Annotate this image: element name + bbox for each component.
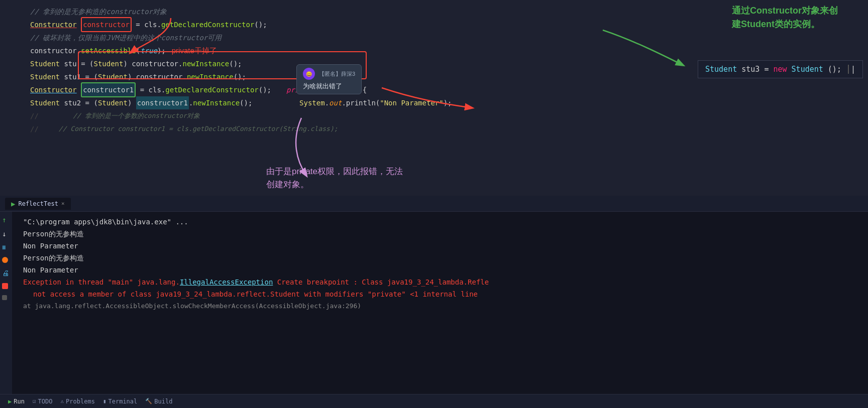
popup-paren: ();: [828, 65, 841, 74]
popup-student2: Student: [792, 65, 823, 74]
run-triangle-icon: ▶: [8, 398, 12, 405]
tab-close[interactable]: ×: [61, 200, 65, 207]
terminal-icon: ▮: [103, 398, 106, 404]
popup-student: Student: [705, 65, 737, 74]
code-comment-9: // 拿到的是一个参数的constructor对象: [73, 109, 200, 122]
output-path: "C:\program apps\jdk8\bin\java.exe" ...: [23, 216, 860, 228]
code-out: out: [329, 96, 342, 109]
code-line-7: Constructor constructor1 = cls. getDecla…: [30, 83, 858, 96]
code-student-type2: Student: [30, 70, 60, 83]
code-line-9: // // 拿到的是一个参数的constructor对象: [30, 109, 858, 122]
constructor1-highlight-box: constructor1: [81, 82, 136, 97]
code-type-constructor: Constructor: [30, 18, 77, 31]
code-rest7: = cls.: [136, 83, 165, 96]
code-space9: [39, 109, 43, 122]
output-line-2: Non Parameter: [23, 240, 860, 252]
output-error-text-1b: Create breakpoint : Class java19_3_24_la…: [273, 278, 489, 286]
code-editor: // 拿到的是无参构造的constructor对象 Constructor co…: [0, 0, 868, 196]
code-paren7: ();: [259, 83, 271, 96]
code-space: [77, 18, 81, 31]
panel-output: ↑ ↓ ≡ 🖨 "C:\program apps\jdk8\bin\java.e…: [0, 212, 868, 394]
run-button[interactable]: ▶ Run: [8, 398, 25, 405]
code-line-10: // // Constructor constructor1 = cls.get…: [30, 122, 858, 135]
code-system: [282, 96, 299, 109]
code-slash10: //: [30, 122, 39, 135]
todo-icon: ☑: [33, 398, 36, 404]
todo-label: TODO: [38, 398, 53, 405]
output-error-text-3: at java.lang.reflect.AccessibleObject.sl…: [23, 302, 361, 310]
run-label: Run: [14, 398, 25, 405]
panel-tabs: ▶ ReflectTest ×: [0, 196, 868, 212]
output-line-3: Person的无参构造: [23, 252, 860, 264]
build-icon: 🔨: [145, 398, 152, 404]
code-set: constructor.: [30, 44, 81, 57]
popup-stu3: stu3 =: [741, 65, 773, 74]
code-popup-right: Student stu3 = new Student (); |: [698, 60, 863, 78]
code-comment-10: // Constructor constructor1 = cls.getDec…: [59, 122, 338, 135]
popup-cursor: |: [848, 65, 855, 74]
code-rest8: ): [128, 96, 136, 109]
annotation-purple: 由于是private权限，因此报错，无法创建对象。: [266, 165, 403, 191]
reflecttest-tab[interactable]: ▶ ReflectTest ×: [5, 198, 71, 210]
pause-icon: [2, 295, 7, 300]
code-paren8: ();: [240, 96, 252, 109]
tooltip-box: 😀 【匿名】薛深3 为啥就出错了: [296, 64, 362, 94]
output-line-1: Person的无参构造: [23, 228, 860, 240]
toolbar-problems[interactable]: ⚠ Problems: [60, 398, 94, 405]
code-line-8: Student stu2 = ( Student ) constructor1 …: [30, 96, 858, 109]
output-error-3: at java.lang.reflect.AccessibleObject.sl…: [23, 300, 860, 312]
bottom-panel: ▶ ReflectTest × ↑ ↓ ≡ 🖨 "C:\program apps…: [0, 196, 868, 408]
output-content: "C:\program apps\jdk8\bin\java.exe" ... …: [23, 216, 860, 312]
problems-label: Problems: [66, 398, 95, 405]
code-paren9: );: [444, 96, 452, 109]
arrow-down-icon: ↓: [2, 230, 10, 238]
code-eq: = cls.: [132, 18, 161, 31]
toolbar-terminal[interactable]: ▮ Terminal: [103, 398, 137, 405]
output-text-1: Person的无参构造: [23, 230, 84, 238]
stop-icon: [2, 283, 8, 289]
annotation-purple-text: 由于是private权限，因此报错，无法创建对象。: [266, 167, 403, 189]
output-text-4: Non Parameter: [23, 266, 78, 274]
popup-new: new: [773, 65, 787, 74]
output-error-1: Exception in thread "main" java.lang.Ill…: [23, 276, 860, 288]
code-constructor-type2: Constructor: [30, 83, 77, 96]
code-newinstance3: newInstance: [193, 96, 240, 109]
annotation-green: 通过Constructor对象来创建Student类的实例。: [732, 4, 838, 31]
output-text-2: Non Parameter: [23, 242, 78, 250]
tooltip-text: 为啥就出错了: [303, 82, 355, 91]
code-paren: ();: [254, 18, 267, 31]
code-system2: System: [299, 96, 325, 109]
constructor1-inline: constructor1: [136, 96, 189, 109]
build-label: Build: [154, 398, 172, 405]
output-error-text-2: not access a member of class java19_3_24…: [33, 290, 478, 298]
code-rest8b: .: [189, 96, 193, 109]
output-error-text-1: Exception in thread "main" java.lang.: [23, 278, 180, 286]
constructor-highlight-box: constructor: [81, 17, 132, 32]
toolbar-todo[interactable]: ☑ TODO: [33, 398, 53, 405]
panel-sidebar: ↑ ↓ ≡ 🖨: [0, 212, 12, 394]
arrow-up-icon: ↑: [2, 216, 10, 224]
output-path-text: "C:\program apps\jdk8\bin\java.exe" ...: [23, 218, 188, 226]
code-slash: //: [30, 109, 39, 122]
print-icon: 🖨: [2, 269, 10, 277]
code-space7: [77, 83, 81, 96]
filter-icon: ≡: [2, 244, 10, 251]
terminal-label: Terminal: [108, 398, 138, 405]
output-error-2: not access a member of class java19_3_24…: [23, 288, 860, 300]
code-dot: .: [325, 96, 329, 109]
problems-icon: ⚠: [60, 398, 64, 404]
code-stu2: stu2 = (: [60, 96, 98, 109]
code-student-type: Student: [30, 57, 60, 70]
dot-icon: [2, 257, 8, 263]
tooltip-header: 😀 【匿名】薛深3: [303, 68, 355, 80]
code-method7: getDeclaredConstructor: [165, 83, 258, 96]
tab-label: ReflectTest: [18, 200, 58, 207]
code-line-3: // 破坏封装，仅限当前JVM进程中的这个constructor可用: [30, 31, 858, 44]
tooltip-username: 【匿名】薛深3: [319, 70, 355, 78]
user-avatar: 😀: [303, 68, 315, 80]
code-string: "Non Parameter": [380, 96, 443, 109]
code-student-type3: Student: [30, 96, 60, 109]
error-link-1[interactable]: IllegalAccessException: [180, 278, 273, 286]
toolbar-build[interactable]: 🔨 Build: [145, 398, 172, 405]
output-text-3: Person的无参构造: [23, 254, 84, 262]
